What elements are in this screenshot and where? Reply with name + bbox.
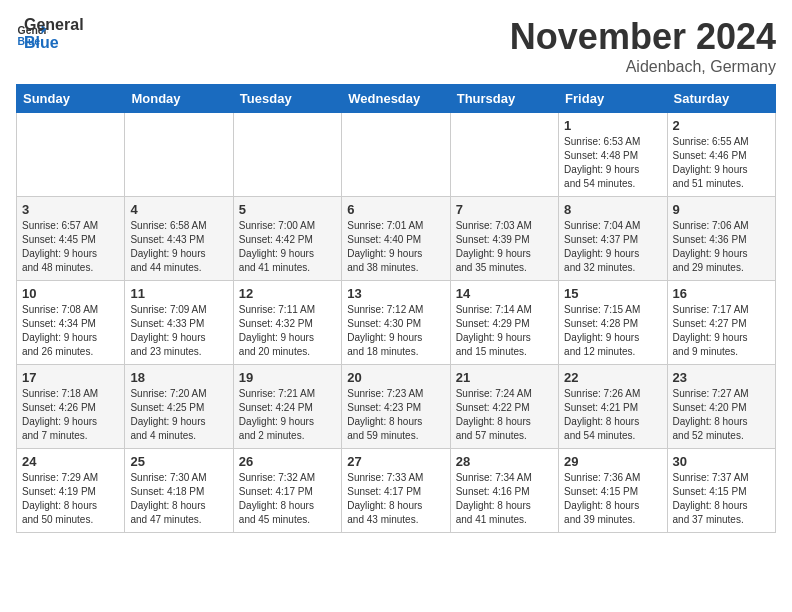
day-info: Sunrise: 7:29 AM Sunset: 4:19 PM Dayligh… xyxy=(22,471,119,527)
day-info: Sunrise: 7:15 AM Sunset: 4:28 PM Dayligh… xyxy=(564,303,661,359)
calendar-header-row: SundayMondayTuesdayWednesdayThursdayFrid… xyxy=(17,85,776,113)
day-number: 6 xyxy=(347,202,444,217)
day-info: Sunrise: 7:18 AM Sunset: 4:26 PM Dayligh… xyxy=(22,387,119,443)
calendar-cell-w2d0: 10Sunrise: 7:08 AM Sunset: 4:34 PM Dayli… xyxy=(17,281,125,365)
calendar-cell-w0d6: 2Sunrise: 6:55 AM Sunset: 4:46 PM Daylig… xyxy=(667,113,775,197)
calendar-cell-w1d1: 4Sunrise: 6:58 AM Sunset: 4:43 PM Daylig… xyxy=(125,197,233,281)
calendar-cell-w4d5: 29Sunrise: 7:36 AM Sunset: 4:15 PM Dayli… xyxy=(559,449,667,533)
day-number: 30 xyxy=(673,454,770,469)
day-number: 17 xyxy=(22,370,119,385)
day-info: Sunrise: 7:08 AM Sunset: 4:34 PM Dayligh… xyxy=(22,303,119,359)
day-number: 23 xyxy=(673,370,770,385)
calendar-cell-w0d0 xyxy=(17,113,125,197)
day-number: 5 xyxy=(239,202,336,217)
calendar-cell-w3d1: 18Sunrise: 7:20 AM Sunset: 4:25 PM Dayli… xyxy=(125,365,233,449)
location-title: Aidenbach, Germany xyxy=(510,58,776,76)
day-info: Sunrise: 7:01 AM Sunset: 4:40 PM Dayligh… xyxy=(347,219,444,275)
day-number: 13 xyxy=(347,286,444,301)
day-number: 15 xyxy=(564,286,661,301)
calendar-cell-w1d2: 5Sunrise: 7:00 AM Sunset: 4:42 PM Daylig… xyxy=(233,197,341,281)
day-number: 1 xyxy=(564,118,661,133)
day-info: Sunrise: 7:20 AM Sunset: 4:25 PM Dayligh… xyxy=(130,387,227,443)
day-info: Sunrise: 7:27 AM Sunset: 4:20 PM Dayligh… xyxy=(673,387,770,443)
calendar-cell-w0d3 xyxy=(342,113,450,197)
day-info: Sunrise: 7:17 AM Sunset: 4:27 PM Dayligh… xyxy=(673,303,770,359)
day-info: Sunrise: 6:57 AM Sunset: 4:45 PM Dayligh… xyxy=(22,219,119,275)
calendar-cell-w4d0: 24Sunrise: 7:29 AM Sunset: 4:19 PM Dayli… xyxy=(17,449,125,533)
header: General Blue General Blue November 2024 … xyxy=(16,16,776,76)
day-info: Sunrise: 6:53 AM Sunset: 4:48 PM Dayligh… xyxy=(564,135,661,191)
day-number: 3 xyxy=(22,202,119,217)
calendar-cell-w3d6: 23Sunrise: 7:27 AM Sunset: 4:20 PM Dayli… xyxy=(667,365,775,449)
calendar-cell-w0d1 xyxy=(125,113,233,197)
day-number: 10 xyxy=(22,286,119,301)
day-info: Sunrise: 7:09 AM Sunset: 4:33 PM Dayligh… xyxy=(130,303,227,359)
calendar-cell-w3d2: 19Sunrise: 7:21 AM Sunset: 4:24 PM Dayli… xyxy=(233,365,341,449)
calendar-cell-w2d4: 14Sunrise: 7:14 AM Sunset: 4:29 PM Dayli… xyxy=(450,281,558,365)
logo: General Blue General Blue xyxy=(16,16,84,51)
calendar-cell-w2d1: 11Sunrise: 7:09 AM Sunset: 4:33 PM Dayli… xyxy=(125,281,233,365)
day-number: 18 xyxy=(130,370,227,385)
day-info: Sunrise: 7:06 AM Sunset: 4:36 PM Dayligh… xyxy=(673,219,770,275)
day-number: 8 xyxy=(564,202,661,217)
day-number: 4 xyxy=(130,202,227,217)
calendar-cell-w4d1: 25Sunrise: 7:30 AM Sunset: 4:18 PM Dayli… xyxy=(125,449,233,533)
day-info: Sunrise: 7:14 AM Sunset: 4:29 PM Dayligh… xyxy=(456,303,553,359)
calendar-cell-w1d3: 6Sunrise: 7:01 AM Sunset: 4:40 PM Daylig… xyxy=(342,197,450,281)
day-number: 26 xyxy=(239,454,336,469)
day-number: 28 xyxy=(456,454,553,469)
title-area: November 2024 Aidenbach, Germany xyxy=(510,16,776,76)
calendar-cell-w1d5: 8Sunrise: 7:04 AM Sunset: 4:37 PM Daylig… xyxy=(559,197,667,281)
day-info: Sunrise: 7:37 AM Sunset: 4:15 PM Dayligh… xyxy=(673,471,770,527)
calendar-cell-w3d3: 20Sunrise: 7:23 AM Sunset: 4:23 PM Dayli… xyxy=(342,365,450,449)
calendar-cell-w4d6: 30Sunrise: 7:37 AM Sunset: 4:15 PM Dayli… xyxy=(667,449,775,533)
day-info: Sunrise: 7:30 AM Sunset: 4:18 PM Dayligh… xyxy=(130,471,227,527)
calendar-week-3: 17Sunrise: 7:18 AM Sunset: 4:26 PM Dayli… xyxy=(17,365,776,449)
calendar-cell-w3d0: 17Sunrise: 7:18 AM Sunset: 4:26 PM Dayli… xyxy=(17,365,125,449)
day-number: 25 xyxy=(130,454,227,469)
day-number: 19 xyxy=(239,370,336,385)
calendar-week-4: 24Sunrise: 7:29 AM Sunset: 4:19 PM Dayli… xyxy=(17,449,776,533)
day-number: 11 xyxy=(130,286,227,301)
day-info: Sunrise: 7:21 AM Sunset: 4:24 PM Dayligh… xyxy=(239,387,336,443)
day-number: 27 xyxy=(347,454,444,469)
day-number: 24 xyxy=(22,454,119,469)
day-info: Sunrise: 7:00 AM Sunset: 4:42 PM Dayligh… xyxy=(239,219,336,275)
logo-general-text: General xyxy=(24,16,84,34)
header-tuesday: Tuesday xyxy=(233,85,341,113)
calendar-table: SundayMondayTuesdayWednesdayThursdayFrid… xyxy=(16,84,776,533)
calendar-cell-w4d3: 27Sunrise: 7:33 AM Sunset: 4:17 PM Dayli… xyxy=(342,449,450,533)
header-sunday: Sunday xyxy=(17,85,125,113)
day-number: 2 xyxy=(673,118,770,133)
day-info: Sunrise: 7:12 AM Sunset: 4:30 PM Dayligh… xyxy=(347,303,444,359)
calendar-cell-w1d0: 3Sunrise: 6:57 AM Sunset: 4:45 PM Daylig… xyxy=(17,197,125,281)
calendar-cell-w4d4: 28Sunrise: 7:34 AM Sunset: 4:16 PM Dayli… xyxy=(450,449,558,533)
day-number: 14 xyxy=(456,286,553,301)
day-info: Sunrise: 6:58 AM Sunset: 4:43 PM Dayligh… xyxy=(130,219,227,275)
header-saturday: Saturday xyxy=(667,85,775,113)
calendar-cell-w3d4: 21Sunrise: 7:24 AM Sunset: 4:22 PM Dayli… xyxy=(450,365,558,449)
day-info: Sunrise: 7:04 AM Sunset: 4:37 PM Dayligh… xyxy=(564,219,661,275)
header-thursday: Thursday xyxy=(450,85,558,113)
day-info: Sunrise: 7:03 AM Sunset: 4:39 PM Dayligh… xyxy=(456,219,553,275)
day-info: Sunrise: 7:34 AM Sunset: 4:16 PM Dayligh… xyxy=(456,471,553,527)
calendar-cell-w2d5: 15Sunrise: 7:15 AM Sunset: 4:28 PM Dayli… xyxy=(559,281,667,365)
day-number: 16 xyxy=(673,286,770,301)
header-wednesday: Wednesday xyxy=(342,85,450,113)
day-info: Sunrise: 7:23 AM Sunset: 4:23 PM Dayligh… xyxy=(347,387,444,443)
calendar-cell-w0d4 xyxy=(450,113,558,197)
header-friday: Friday xyxy=(559,85,667,113)
day-info: Sunrise: 7:24 AM Sunset: 4:22 PM Dayligh… xyxy=(456,387,553,443)
header-monday: Monday xyxy=(125,85,233,113)
calendar-week-1: 3Sunrise: 6:57 AM Sunset: 4:45 PM Daylig… xyxy=(17,197,776,281)
calendar-cell-w2d6: 16Sunrise: 7:17 AM Sunset: 4:27 PM Dayli… xyxy=(667,281,775,365)
calendar-cell-w3d5: 22Sunrise: 7:26 AM Sunset: 4:21 PM Dayli… xyxy=(559,365,667,449)
day-number: 12 xyxy=(239,286,336,301)
calendar-cell-w1d6: 9Sunrise: 7:06 AM Sunset: 4:36 PM Daylig… xyxy=(667,197,775,281)
day-number: 7 xyxy=(456,202,553,217)
day-number: 22 xyxy=(564,370,661,385)
calendar-cell-w4d2: 26Sunrise: 7:32 AM Sunset: 4:17 PM Dayli… xyxy=(233,449,341,533)
day-number: 29 xyxy=(564,454,661,469)
day-info: Sunrise: 7:32 AM Sunset: 4:17 PM Dayligh… xyxy=(239,471,336,527)
day-info: Sunrise: 7:36 AM Sunset: 4:15 PM Dayligh… xyxy=(564,471,661,527)
